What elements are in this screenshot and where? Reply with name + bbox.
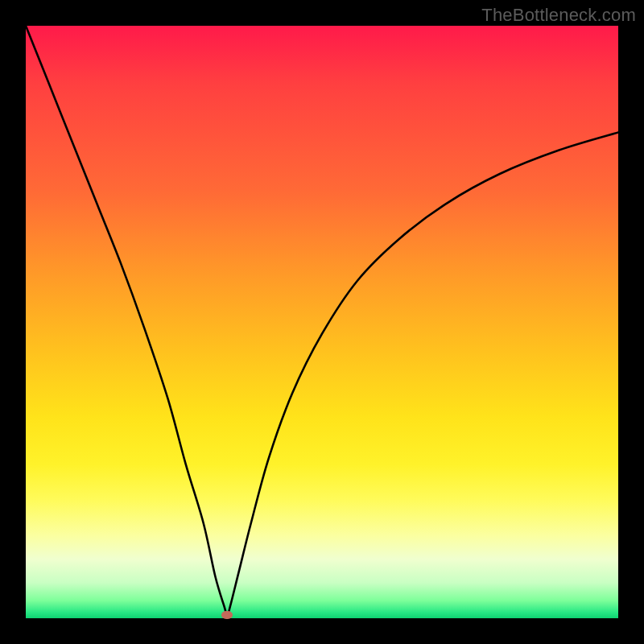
chart-frame: TheBottleneck.com — [0, 0, 644, 644]
curve-svg — [26, 26, 618, 618]
minimum-marker — [221, 611, 233, 619]
bottleneck-curve-path — [26, 26, 618, 615]
watermark-text: TheBottleneck.com — [481, 5, 636, 26]
plot-area — [26, 26, 618, 618]
